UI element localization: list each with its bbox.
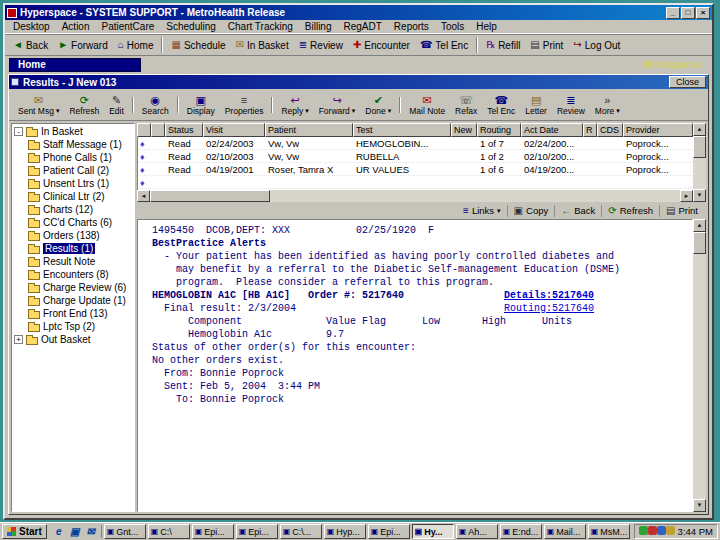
ie-icon[interactable]: e [52, 525, 66, 538]
tree-item-unsent-ltrs-1[interactable]: Unsent Ltrs (1) [12, 177, 134, 190]
results-close-button[interactable]: Close [669, 76, 706, 88]
task-button-e-nd[interactable]: ▣E:nd... [500, 524, 542, 539]
column-header-status[interactable]: Status [165, 123, 203, 137]
scroll-track[interactable] [270, 190, 680, 202]
message-row[interactable]: ♦Read04/19/2001Roser, Tamra XUR VALUES1 … [138, 163, 693, 176]
inbasket-button-review[interactable]: ≣Review [552, 90, 590, 120]
column-header-patient[interactable]: Patient [265, 123, 353, 137]
inbasket-button-done[interactable]: ✔Done▾ [360, 90, 396, 120]
minimize-button[interactable]: _ [666, 7, 680, 19]
menu-item-scheduling[interactable]: Scheduling [160, 21, 221, 32]
pane-vertical-scrollbar[interactable]: ▲ ▼ [693, 219, 706, 512]
tree-item-out-basket[interactable]: +Out Basket [12, 333, 134, 346]
toolbar-button-in-basket[interactable]: ✉In Basket [231, 36, 294, 55]
column-header-cds[interactable]: CDS [597, 123, 623, 137]
inbasket-button-display[interactable]: ▣Display [182, 90, 220, 120]
close-button[interactable]: × [696, 7, 710, 19]
maximize-button[interactable]: □ [681, 7, 695, 19]
tree-item-in-basket[interactable]: -In Basket [12, 125, 134, 138]
outlook-icon[interactable]: ✉ [84, 525, 98, 538]
pane-button-copy[interactable]: ▣Copy [510, 203, 553, 218]
task-button-c[interactable]: ▣C:\... [280, 524, 322, 539]
tree-item-cc-d-charts-6[interactable]: CC'd Charts (6) [12, 216, 134, 229]
scroll-thumb[interactable] [693, 136, 706, 158]
inbasket-button-forward[interactable]: ↪Forward▾ [314, 90, 361, 120]
task-button-epi[interactable]: ▣Epi... [368, 524, 410, 539]
inbasket-button-letter[interactable]: ▤Letter [520, 90, 552, 120]
home-tab-button[interactable]: Home [9, 58, 141, 72]
inbasket-button-search[interactable]: ◉Search [137, 90, 174, 120]
result-link[interactable]: Details:5217640 [504, 289, 594, 302]
scroll-thumb[interactable] [150, 190, 270, 202]
tree-item-results-1[interactable]: Results (1) [12, 242, 134, 255]
inbasket-button-tel-enc[interactable]: ☎Tel Enc [482, 90, 520, 120]
column-header-icon-1[interactable] [151, 123, 165, 137]
message-row[interactable]: ♦Read02/24/2003Vw, VwHEMOGLOBIN...1 of 7… [138, 137, 693, 150]
toolbar-button-refill[interactable]: ℞Refill [481, 36, 525, 55]
menu-item-patientcare[interactable]: PatientCare [95, 21, 160, 32]
menu-item-chart-tracking[interactable]: Chart Tracking [222, 21, 299, 32]
inbasket-button-refax[interactable]: ☏Refax [450, 90, 482, 120]
menu-item-regadt[interactable]: RegADT [338, 21, 388, 32]
toolbar-button-tel-enc[interactable]: ☎Tel Enc [415, 36, 473, 55]
scroll-track[interactable] [693, 158, 706, 189]
inbasket-button-reply[interactable]: ↩Reply▾ [276, 90, 313, 120]
network-icon[interactable] [648, 526, 657, 535]
column-header-icon-0[interactable] [137, 123, 151, 137]
results-titlebar[interactable]: Results - J New 013 Close [9, 75, 708, 89]
scroll-up-button[interactable]: ▲ [693, 219, 706, 232]
column-header-act-date[interactable]: Act Date [521, 123, 583, 137]
toolbar-button-home[interactable]: ⌂Home [113, 36, 159, 55]
scheduler-icon[interactable] [666, 526, 675, 535]
tree-expander-icon[interactable]: + [14, 335, 23, 344]
inbasket-button-sent-msg[interactable]: ✉Sent Msg▾ [13, 90, 64, 120]
task-button-gnt[interactable]: ▣Gnt... [104, 524, 146, 539]
scroll-up-button[interactable]: ▲ [693, 123, 706, 136]
scroll-thumb[interactable] [693, 232, 706, 254]
show-desktop-icon[interactable]: ▣ [68, 525, 82, 538]
toolbar-button-encounter[interactable]: ✚Encounter [348, 36, 415, 55]
tree-item-staff-message-1[interactable]: Staff Message (1) [12, 138, 134, 151]
volume-icon[interactable] [639, 526, 648, 535]
task-button-msm[interactable]: ▣MsM... [588, 524, 630, 539]
column-header-routing[interactable]: Routing [477, 123, 521, 137]
tree-item-phone-calls-1[interactable]: Phone Calls (1) [12, 151, 134, 164]
task-button-mail[interactable]: ▣Mail... [544, 524, 586, 539]
toolbar-button-schedule[interactable]: ▦Schedule [166, 36, 230, 55]
menu-item-tools[interactable]: Tools [435, 21, 470, 32]
toolbar-button-print[interactable]: ▤Print [525, 36, 568, 55]
column-header-test[interactable]: Test [353, 123, 451, 137]
scroll-down-button[interactable]: ▼ [693, 499, 706, 512]
tree-item-front-end-13[interactable]: Front End (13) [12, 307, 134, 320]
pane-button-refresh[interactable]: ⟳Refresh [604, 203, 657, 218]
column-header-r[interactable]: R [583, 123, 597, 137]
tree-item-lptc-tsp-2[interactable]: Lptc Tsp (2) [12, 320, 134, 333]
toolbar-button-log-out[interactable]: ↪Log Out [568, 36, 625, 55]
menu-item-help[interactable]: Help [470, 21, 503, 32]
tree-item-clinical-ltr-2[interactable]: Clinical Ltr (2) [12, 190, 134, 203]
tree-item-result-note[interactable]: Result Note [12, 255, 134, 268]
tree-item-patient-call-2[interactable]: Patient Call (2) [12, 164, 134, 177]
tree-item-charge-update-1[interactable]: Charge Update (1) [12, 294, 134, 307]
list-vertical-scrollbar[interactable]: ▲ ▼ [693, 123, 706, 202]
scroll-left-button[interactable]: ◄ [137, 190, 150, 202]
tree-item-charts-12[interactable]: Charts (12) [12, 203, 134, 216]
tree-expander-icon[interactable]: - [14, 127, 23, 136]
task-button-epi[interactable]: ▣Epi... [236, 524, 278, 539]
pane-button-back[interactable]: ←Back [557, 203, 599, 218]
menu-item-billing[interactable]: Billing [299, 21, 338, 32]
tree-item-encounters-8[interactable]: Encounters (8) [12, 268, 134, 281]
task-button-epi[interactable]: ▣Epi... [192, 524, 234, 539]
scroll-down-button[interactable]: ▼ [693, 189, 706, 202]
scroll-right-button[interactable]: ► [680, 190, 693, 202]
menu-item-reports[interactable]: Reports [388, 21, 435, 32]
inbasket-button-mail-note[interactable]: ✉Mail Note [404, 90, 450, 120]
task-button-c[interactable]: ▣C:\ [148, 524, 190, 539]
display-icon[interactable] [657, 526, 666, 535]
list-horizontal-scrollbar[interactable]: ◄ ► [137, 190, 693, 202]
start-button[interactable]: Start [2, 524, 47, 539]
inbasket-button-properties[interactable]: ≡Properties [220, 90, 269, 120]
inbasket-button-more[interactable]: »More▾ [590, 90, 625, 120]
titlebar[interactable]: Hyperspace - SYSTEM SUPPORT - MetroHealt… [5, 5, 712, 20]
column-header-new[interactable]: New [451, 123, 477, 137]
